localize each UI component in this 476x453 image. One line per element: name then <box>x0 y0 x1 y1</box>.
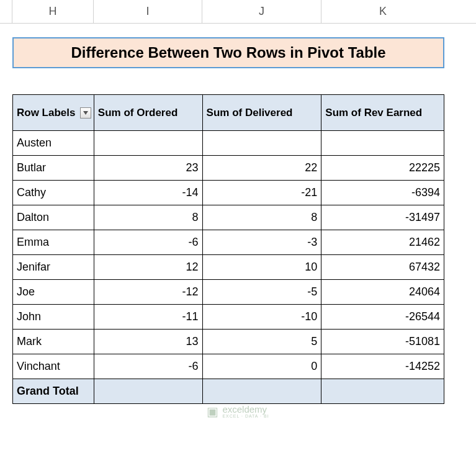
watermark-text: exceldemy EXCEL · DATA · BI <box>222 405 269 418</box>
cell-delivered[interactable]: 10 <box>202 255 321 280</box>
grand-total-delivered[interactable] <box>202 379 321 404</box>
col-header-rev[interactable]: Sum of Rev Earned <box>321 95 444 131</box>
table-row: Austen <box>13 131 444 156</box>
cell-rev[interactable]: 24064 <box>321 280 444 305</box>
row-label[interactable]: Dalton <box>13 205 94 230</box>
table-row: Joe-12-524064 <box>13 280 444 305</box>
col-header-J[interactable]: J <box>202 0 321 23</box>
cell-delivered[interactable]: -21 <box>202 181 321 205</box>
row-label[interactable]: Jenifar <box>13 255 94 280</box>
chevron-down-icon <box>83 111 88 115</box>
col-header-ordered[interactable]: Sum of Ordered <box>94 95 202 131</box>
cell-delivered[interactable]: 8 <box>202 205 321 230</box>
row-label[interactable]: Butlar <box>13 156 94 181</box>
col-header-I[interactable]: I <box>94 0 202 23</box>
cell-rev[interactable]: -14252 <box>321 354 444 379</box>
cell-delivered[interactable]: -5 <box>202 280 321 305</box>
cell-delivered[interactable]: 0 <box>202 354 321 379</box>
title-row: Difference Between Two Rows in Pivot Tab… <box>0 36 476 70</box>
col-header-spacer <box>0 0 12 23</box>
empty-row <box>0 24 476 36</box>
col-header-delivered[interactable]: Sum of Delivered <box>202 95 321 131</box>
empty-row <box>0 70 476 94</box>
row-label[interactable]: Austen <box>13 131 94 156</box>
cell-ordered[interactable] <box>94 131 202 156</box>
cell-ordered[interactable]: -11 <box>94 305 202 330</box>
cell-delivered[interactable]: -3 <box>202 230 321 255</box>
page-title: Difference Between Two Rows in Pivot Tab… <box>12 37 444 68</box>
row-labels-header[interactable]: Row Labels <box>13 95 94 131</box>
pivot-header-row: Row Labels Sum of Ordered Sum of Deliver… <box>13 95 444 131</box>
row-label[interactable]: Emma <box>13 230 94 255</box>
watermark: ▣ exceldemy EXCEL · DATA · BI <box>207 404 269 419</box>
row-label[interactable]: Joe <box>13 280 94 305</box>
cell-ordered[interactable]: 23 <box>94 156 202 181</box>
watermark-icon: ▣ <box>207 404 218 419</box>
table-row: Dalton88-31497 <box>13 205 444 230</box>
row-label[interactable]: John <box>13 305 94 330</box>
cell-rev[interactable]: 21462 <box>321 230 444 255</box>
grand-total-row: Grand Total <box>13 379 444 404</box>
table-row: John-11-10-26544 <box>13 305 444 330</box>
table-row: Emma-6-321462 <box>13 230 444 255</box>
cell-delivered[interactable]: -10 <box>202 305 321 330</box>
cell-delivered[interactable]: 5 <box>202 330 321 354</box>
row-labels-text: Row Labels <box>17 107 75 119</box>
grand-total-label[interactable]: Grand Total <box>13 379 94 404</box>
watermark-sub: EXCEL · DATA · BI <box>222 414 269 418</box>
cell-delivered[interactable]: 22 <box>202 156 321 181</box>
grand-total-ordered[interactable] <box>94 379 202 404</box>
pivot-body: AustenButlar232222225Cathy-14-21-6394Dal… <box>13 131 444 379</box>
table-row: Cathy-14-21-6394 <box>13 181 444 205</box>
row-label[interactable]: Vinchant <box>13 354 94 379</box>
cell-ordered[interactable]: -6 <box>94 354 202 379</box>
table-row: Vinchant-60-14252 <box>13 354 444 379</box>
col-header-K[interactable]: K <box>321 0 444 23</box>
cell-rev[interactable]: 22225 <box>321 156 444 181</box>
table-row: Butlar232222225 <box>13 156 444 181</box>
cell-ordered[interactable]: -6 <box>94 230 202 255</box>
cell-ordered[interactable]: -14 <box>94 181 202 205</box>
col-header-H[interactable]: H <box>12 0 94 23</box>
cell-rev[interactable] <box>321 131 444 156</box>
row-label[interactable]: Mark <box>13 330 94 354</box>
cell-rev[interactable]: -31497 <box>321 205 444 230</box>
cell-rev[interactable]: 67432 <box>321 255 444 280</box>
row-label[interactable]: Cathy <box>13 181 94 205</box>
cell-rev[interactable]: -6394 <box>321 181 444 205</box>
cell-delivered[interactable] <box>202 131 321 156</box>
watermark-main: exceldemy <box>222 405 269 414</box>
row-labels-dropdown-button[interactable] <box>80 107 91 119</box>
pivot-table: Row Labels Sum of Ordered Sum of Deliver… <box>12 94 444 404</box>
cell-rev[interactable]: -51081 <box>321 330 444 354</box>
table-row: Jenifar121067432 <box>13 255 444 280</box>
cell-ordered[interactable]: -12 <box>94 280 202 305</box>
cell-ordered[interactable]: 12 <box>94 255 202 280</box>
table-row: Mark135-51081 <box>13 330 444 354</box>
column-header-row: H I J K <box>0 0 476 24</box>
grand-total-rev[interactable] <box>321 379 444 404</box>
cell-ordered[interactable]: 8 <box>94 205 202 230</box>
cell-ordered[interactable]: 13 <box>94 330 202 354</box>
cell-rev[interactable]: -26544 <box>321 305 444 330</box>
